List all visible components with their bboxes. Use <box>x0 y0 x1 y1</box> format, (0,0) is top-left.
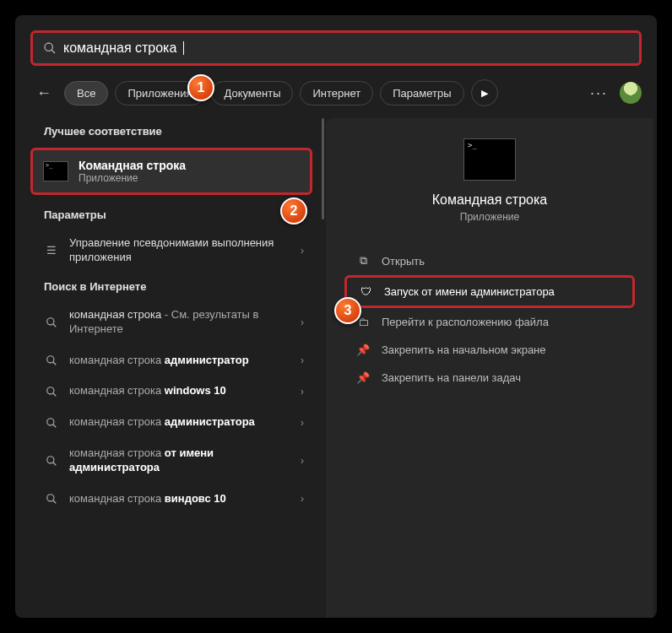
filter-more-button[interactable]: ▶ <box>471 79 498 106</box>
web-result[interactable]: командная строка администратор › <box>30 345 326 376</box>
cmd-preview-icon <box>463 138 516 181</box>
action-label: Закрепить на начальном экране <box>382 344 546 356</box>
svg-point-2 <box>47 317 54 324</box>
section-web: Поиск в Интернете <box>30 273 326 300</box>
chevron-right-icon: › <box>301 354 304 366</box>
search-text: командная строка <box>63 41 176 56</box>
search-icon <box>44 386 59 398</box>
settings-item-aliases[interactable]: ☰ Управление псевдонимами выполнения при… <box>30 228 326 273</box>
search-icon <box>44 455 59 467</box>
svg-point-10 <box>47 457 54 463</box>
search-icon <box>44 354 59 366</box>
content-area: Лучшее соответствие Командная строка При… <box>15 118 657 618</box>
chevron-right-icon: › <box>301 417 304 429</box>
filter-documents[interactable]: Документы <box>211 81 293 106</box>
cmd-icon <box>43 161 68 181</box>
settings-item-label: Управление псевдонимами выполнения прило… <box>69 236 290 265</box>
web-result[interactable]: командная строка от имени администратора… <box>30 438 326 484</box>
chevron-right-icon: › <box>301 316 304 328</box>
search-icon <box>43 41 57 55</box>
svg-line-5 <box>53 362 57 365</box>
action-open[interactable]: ⧉ Открыть <box>344 246 635 275</box>
filter-bar: ← Все Приложения Документы Интернет Пара… <box>15 73 657 118</box>
pin-icon: 📌 <box>356 344 370 356</box>
annotation-badge-3: 3 <box>334 297 361 324</box>
preview-title: Командная строка <box>432 192 548 208</box>
pin-icon: 📌 <box>356 371 370 384</box>
filter-web[interactable]: Интернет <box>300 81 373 106</box>
shield-icon: 🛡 <box>359 285 372 298</box>
web-result-text: командная строка - См. результаты в Инте… <box>69 308 290 337</box>
preview-subtitle: Приложение <box>460 211 519 223</box>
open-icon: ⧉ <box>356 254 370 268</box>
searchbar-container: командная строка <box>15 15 657 73</box>
action-label: Перейти к расположению файла <box>382 316 549 328</box>
best-match-card[interactable]: Командная строка Приложение <box>30 148 312 195</box>
action-label: Запуск от имени администратора <box>384 285 555 298</box>
back-button[interactable]: ← <box>30 79 57 106</box>
chevron-right-icon: › <box>301 493 304 505</box>
action-label: Открыть <box>382 255 425 268</box>
chevron-right-icon: › <box>301 386 304 398</box>
svg-line-9 <box>53 425 57 428</box>
section-best-match: Лучшее соответствие <box>30 118 326 144</box>
action-pin-taskbar[interactable]: 📌 Закрепить на панели задач <box>344 364 635 392</box>
text-cursor <box>183 41 184 55</box>
web-result-text: командная строка администратора <box>69 415 290 430</box>
best-match-text: Командная строка Приложение <box>79 159 186 184</box>
svg-line-13 <box>53 500 57 504</box>
sliders-icon: ☰ <box>44 244 59 257</box>
scrollbar-thumb[interactable] <box>322 118 324 219</box>
web-result[interactable]: командная строка windows 10 › <box>30 376 326 407</box>
best-match-title: Командная строка <box>79 159 186 172</box>
chevron-right-icon: › <box>301 455 304 467</box>
overflow-menu[interactable]: ··· <box>585 84 613 102</box>
action-label: Закрепить на панели задач <box>382 371 521 384</box>
annotation-badge-1: 1 <box>187 74 214 101</box>
svg-line-1 <box>51 50 55 53</box>
web-result-text: командная строка виндовс 10 <box>69 492 290 506</box>
web-result-text: командная строка администратор <box>69 354 290 368</box>
web-result-text: командная строка от имени администратора <box>69 446 290 475</box>
web-result[interactable]: командная строка администратора › <box>30 407 326 438</box>
user-avatar[interactable] <box>620 82 642 104</box>
preview-column: Командная строка Приложение ⧉ Открыть 🛡 … <box>326 118 653 618</box>
web-result[interactable]: командная строка - См. результаты в Инте… <box>30 300 326 345</box>
search-input-wrapper[interactable]: командная строка <box>30 30 642 66</box>
search-icon <box>44 493 59 505</box>
action-open-location[interactable]: 🗀 Перейти к расположению файла <box>344 308 635 336</box>
chevron-right-icon: › <box>301 245 304 257</box>
web-result[interactable]: командная строка виндовс 10 › <box>30 484 326 515</box>
svg-line-3 <box>53 323 57 327</box>
filter-all[interactable]: Все <box>64 81 108 106</box>
svg-point-4 <box>47 356 54 363</box>
search-icon <box>44 417 59 429</box>
svg-point-6 <box>47 387 54 394</box>
web-result-text: командная строка windows 10 <box>69 384 290 398</box>
action-pin-start[interactable]: 📌 Закрепить на начальном экране <box>344 336 635 364</box>
annotation-badge-2: 2 <box>280 197 307 225</box>
svg-point-0 <box>45 43 52 51</box>
preview-actions: ⧉ Открыть 🛡 Запуск от имени администрато… <box>326 246 653 392</box>
action-run-as-admin[interactable]: 🛡 Запуск от имени администратора <box>344 275 635 308</box>
best-match-subtitle: Приложение <box>79 172 186 184</box>
search-icon <box>44 316 59 328</box>
filter-settings[interactable]: Параметры <box>380 81 463 106</box>
svg-point-8 <box>47 419 54 425</box>
svg-point-12 <box>47 495 54 501</box>
svg-line-7 <box>53 393 57 397</box>
results-column: Лучшее соответствие Командная строка При… <box>15 118 326 618</box>
svg-line-11 <box>53 463 57 466</box>
